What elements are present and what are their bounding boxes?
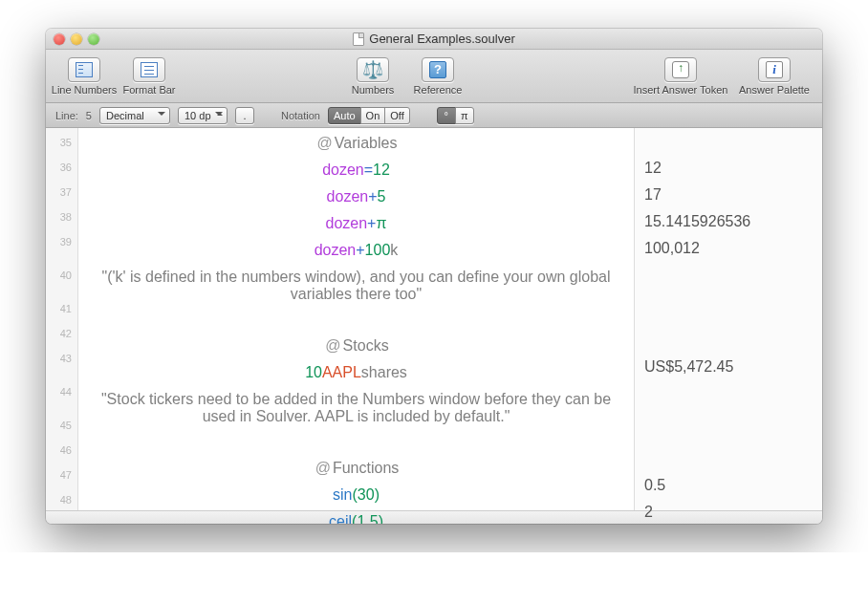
answers-column: 121715.1415926536100,012US$5,472.450.52	[635, 128, 822, 510]
answer-cell: 12	[635, 155, 822, 182]
editor-line[interactable]	[78, 308, 634, 333]
answer-palette-icon: i	[766, 61, 783, 78]
line-number: 42	[46, 321, 77, 346]
answer-cell	[635, 130, 822, 155]
close-icon[interactable]	[54, 33, 65, 45]
decimal-places-select[interactable]: 10 dp	[178, 107, 228, 124]
notation-auto-button[interactable]: Auto	[328, 107, 361, 124]
format-bar-label: Format Bar	[122, 84, 175, 96]
format-bar-button[interactable]: Format Bar	[120, 57, 178, 96]
format-bar: Line: 5 Decimal 10 dp . Notation Auto On…	[46, 103, 822, 128]
toolbar: Line Numbers Format Bar ⚖️ Numbers ? Ref…	[46, 50, 822, 103]
app-window: General Examples.soulver Line Numbers Fo…	[46, 29, 822, 524]
traffic-lights	[46, 33, 99, 45]
notation-on-button[interactable]: On	[360, 107, 386, 124]
window-title: General Examples.soulver	[369, 32, 514, 46]
answer-palette-button[interactable]: i Answer Palette	[736, 57, 813, 96]
line-number: 35	[46, 130, 77, 155]
line-number: 40	[46, 254, 77, 296]
decimal-places-value: 10 dp	[184, 110, 211, 121]
zoom-icon[interactable]	[88, 33, 99, 45]
notation-segment: Auto On Off	[328, 107, 410, 124]
titlebar: General Examples.soulver	[46, 29, 822, 50]
line-number: 48	[46, 487, 77, 512]
editor-line[interactable]	[78, 430, 634, 455]
answer-cell	[635, 447, 822, 472]
line-number: 37	[46, 180, 77, 205]
scale-icon: ⚖️	[362, 61, 383, 78]
line-numbers-label: Line Numbers	[52, 84, 117, 96]
editor-line[interactable]: @Stocks	[78, 333, 634, 359]
editor-line[interactable]: "Stock tickers need to be added in the N…	[78, 386, 634, 430]
line-number: 46	[46, 438, 77, 463]
line-number: 44	[46, 371, 77, 413]
numbers-button[interactable]: ⚖️ Numbers	[344, 57, 401, 96]
reference-icon: ?	[429, 61, 446, 78]
line-number: 43	[46, 346, 77, 371]
answer-cell: 100,012	[635, 235, 822, 262]
line-label: Line:	[55, 110, 78, 121]
number-format-select[interactable]: Decimal	[99, 107, 170, 124]
format-bar-icon	[141, 62, 158, 77]
line-number: 36	[46, 155, 77, 180]
line-value: 5	[86, 110, 92, 121]
line-numbers-button[interactable]: Line Numbers	[55, 57, 113, 96]
notation-label: Notation	[281, 110, 320, 121]
answer-cell	[635, 380, 822, 422]
answer-cell	[635, 422, 822, 447]
minimize-icon[interactable]	[71, 33, 82, 45]
numbers-label: Numbers	[352, 84, 395, 96]
answer-cell	[635, 262, 822, 304]
answer-cell: 15.1415926536	[635, 208, 822, 235]
insert-answer-token-label: Insert Answer Token	[633, 84, 728, 96]
editor-line[interactable]: dozen + 5	[78, 183, 634, 210]
insert-token-icon	[672, 61, 689, 78]
editor-line[interactable]: ceil(1.5)	[78, 508, 634, 524]
line-numbers-icon	[76, 62, 93, 77]
decimal-point-button[interactable]: .	[235, 107, 254, 124]
content-area: 3536373839404142434445464748 @Variablesd…	[46, 128, 822, 510]
editor-line[interactable]: dozen + π	[78, 210, 634, 237]
window-title-wrap: General Examples.soulver	[46, 32, 822, 46]
editor-line[interactable]: @Functions	[78, 455, 634, 482]
line-number: 39	[46, 229, 77, 254]
line-gutter: 3536373839404142434445464748	[46, 128, 78, 510]
number-format-value: Decimal	[106, 110, 144, 121]
editor-line[interactable]: sin(30)	[78, 482, 634, 508]
degrees-button[interactable]: °	[437, 107, 456, 124]
radians-button[interactable]: π	[455, 107, 474, 124]
editor-line[interactable]: 10 AAPL shares	[78, 359, 634, 386]
insert-answer-token-button[interactable]: Insert Answer Token	[633, 57, 728, 96]
answer-palette-label: Answer Palette	[736, 84, 813, 96]
notation-off-button[interactable]: Off	[384, 107, 409, 124]
editor-line[interactable]: dozen + 100k	[78, 237, 634, 264]
reference-button[interactable]: ? Reference	[409, 57, 467, 96]
answer-cell	[635, 304, 822, 329]
editor-line[interactable]: "('k' is defined in the numbers window),…	[78, 264, 634, 308]
answer-cell: 2	[635, 499, 822, 524]
answer-cell: 0.5	[635, 472, 822, 499]
editor[interactable]: @Variablesdozen = 12dozen + 5dozen + πdo…	[78, 128, 635, 510]
editor-line[interactable]: dozen = 12	[78, 157, 634, 183]
answer-cell: 17	[635, 182, 822, 208]
line-number: 45	[46, 413, 77, 438]
answer-cell: US$5,472.45	[635, 354, 822, 380]
document-icon	[353, 32, 364, 46]
angle-segment: ° π	[437, 107, 474, 124]
reference-label: Reference	[414, 84, 463, 96]
answer-cell	[635, 329, 822, 354]
line-number: 47	[46, 463, 77, 487]
line-number: 38	[46, 205, 77, 229]
line-number: 41	[46, 296, 77, 321]
editor-line[interactable]: @Variables	[78, 130, 634, 157]
